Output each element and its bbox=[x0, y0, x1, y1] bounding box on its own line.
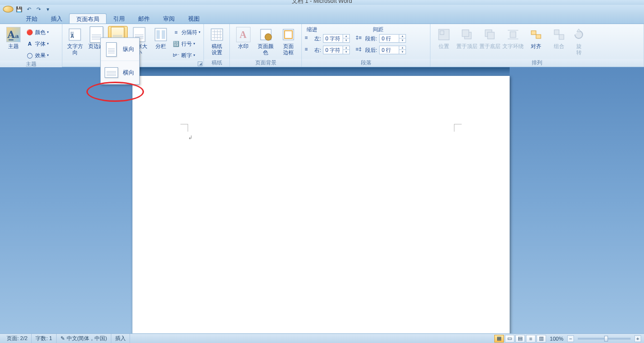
spacing-before-row: ‡≡ 段前: 0 行▲▼ bbox=[356, 33, 406, 44]
status-words[interactable]: 字数: 1 bbox=[32, 334, 56, 343]
spin-up-icon[interactable]: ▲ bbox=[399, 46, 405, 50]
landscape-label: 横向 bbox=[123, 69, 134, 77]
view-outline[interactable]: ≡ bbox=[526, 335, 536, 343]
svg-rect-4 bbox=[156, 30, 160, 39]
zoom-out-button[interactable]: − bbox=[567, 335, 574, 342]
office-button[interactable] bbox=[3, 6, 13, 12]
status-mode[interactable]: 插入 bbox=[111, 334, 130, 343]
manuscript-settings-label: 稿纸 设置 bbox=[212, 43, 222, 56]
spin-down-icon[interactable]: ▼ bbox=[343, 50, 349, 54]
manuscript-settings-button[interactable]: 稿纸 设置 bbox=[207, 26, 227, 56]
group-theme: A̲ₐ 主题 🔴颜色▾ A字体▾ ◯效果▾ 主题 bbox=[0, 24, 62, 67]
document-area: ↲ bbox=[0, 67, 644, 333]
ruler-shadow bbox=[132, 67, 510, 76]
spin-up-icon[interactable]: ▲ bbox=[343, 46, 349, 50]
position-button[interactable]: 位置 bbox=[433, 26, 454, 49]
svg-rect-26 bbox=[531, 31, 536, 35]
themes-button[interactable]: A̲ₐ 主题 bbox=[3, 26, 24, 49]
bring-front-button[interactable]: 置于顶层 bbox=[456, 26, 477, 49]
zoom-thumb[interactable] bbox=[604, 336, 608, 342]
spin-down-icon[interactable]: ▼ bbox=[343, 38, 349, 43]
spin-down-icon[interactable]: ▼ bbox=[399, 38, 405, 43]
tab-mailings[interactable]: 邮件 bbox=[131, 13, 156, 24]
page-setup-dialog-icon[interactable]: ◢ bbox=[198, 61, 203, 66]
spin-up-icon[interactable]: ▲ bbox=[399, 34, 405, 38]
page-borders-label: 页面 边框 bbox=[283, 43, 294, 56]
qat-more-icon[interactable]: ▾ bbox=[44, 5, 52, 13]
group-objects-button[interactable]: 组合 bbox=[549, 26, 570, 49]
align-label: 对齐 bbox=[531, 43, 541, 49]
breaks-button[interactable]: ≡分隔符▾ bbox=[172, 27, 201, 37]
theme-effects[interactable]: ◯效果▾ bbox=[26, 50, 49, 61]
send-back-label: 置于底层 bbox=[479, 43, 501, 49]
orientation-portrait[interactable]: 纵向 bbox=[101, 38, 139, 61]
position-label: 位置 bbox=[439, 43, 449, 49]
ribbon: A̲ₐ 主题 🔴颜色▾ A字体▾ ◯效果▾ 主题 |||A 文字方向 页边距 bbox=[0, 24, 644, 67]
view-full-screen[interactable]: ▭ bbox=[505, 335, 514, 343]
spacing-title: 间距 bbox=[373, 26, 383, 33]
zoom-slider[interactable] bbox=[578, 338, 631, 340]
view-print-layout[interactable]: ▦ bbox=[494, 335, 504, 343]
group-manuscript-label: 稿纸 bbox=[204, 59, 229, 67]
theme-fonts[interactable]: A字体▾ bbox=[26, 38, 49, 49]
text-direction-button[interactable]: |||A 文字方向 bbox=[65, 26, 85, 56]
watermark-label: 水印 bbox=[238, 43, 249, 49]
tab-references[interactable]: 引用 bbox=[107, 13, 131, 24]
margin-corner-tr bbox=[454, 124, 462, 132]
view-draft[interactable]: ▥ bbox=[537, 335, 546, 343]
document-page[interactable]: ↲ bbox=[132, 76, 510, 335]
tab-view[interactable]: 视图 bbox=[181, 13, 206, 24]
svg-point-14 bbox=[265, 34, 272, 40]
spacing-before-icon: ‡≡ bbox=[356, 35, 363, 42]
indent-right-row: ≡ 右: 0 字符▲▼ bbox=[305, 45, 350, 55]
columns-button[interactable]: 分栏 bbox=[151, 26, 170, 49]
rotate-button[interactable]: 旋 转 bbox=[572, 26, 586, 56]
group-arrange: 位置 置于顶层 置于底层 文字环绕 对齐 组合 bbox=[430, 24, 644, 67]
spin-up-icon[interactable]: ▲ bbox=[343, 34, 349, 38]
spacing-before-input[interactable]: 0 行▲▼ bbox=[379, 34, 406, 43]
indent-title: 缩进 bbox=[307, 26, 317, 33]
view-web-layout[interactable]: ▤ bbox=[515, 335, 525, 343]
svg-rect-20 bbox=[462, 30, 469, 37]
svg-rect-22 bbox=[488, 32, 494, 39]
orientation-landscape[interactable]: 横向 bbox=[101, 61, 139, 84]
group-paragraph: 缩进 间距 ≡ 左: 0 字符▲▼ ≡ 右: 0 字符▲▼ bbox=[302, 24, 430, 67]
group-paragraph-label: 段落 bbox=[302, 59, 430, 67]
indent-right-input[interactable]: 0 字符▲▼ bbox=[323, 46, 350, 54]
page-color-label: 页面颜色 bbox=[255, 43, 276, 56]
ribbon-tabs: 开始 插入 页面布局 引用 邮件 审阅 视图 bbox=[0, 13, 644, 24]
group-theme-label: 主题 bbox=[0, 61, 62, 68]
tab-home[interactable]: 开始 bbox=[19, 13, 44, 24]
text-wrap-button[interactable]: 文字环绕 bbox=[502, 26, 524, 49]
save-icon[interactable]: 💾 bbox=[15, 5, 23, 13]
group-arrange-label: 排列 bbox=[430, 59, 644, 67]
hyphenation-button[interactable]: bª⁻断字▾ bbox=[172, 50, 201, 61]
theme-colors[interactable]: 🔴颜色▾ bbox=[26, 27, 49, 37]
window-title: 文档 1 - Microsoft Word bbox=[292, 0, 352, 5]
spacing-after-input[interactable]: 0 行▲▼ bbox=[379, 46, 406, 54]
tab-insert[interactable]: 插入 bbox=[44, 13, 69, 24]
tab-page-layout[interactable]: 页面布局 bbox=[69, 13, 107, 24]
redo-icon[interactable]: ↷ bbox=[35, 5, 42, 13]
page-color-button[interactable]: 页面颜色 bbox=[255, 26, 276, 56]
indent-left-input[interactable]: 0 字符▲▼ bbox=[323, 34, 350, 43]
watermark-button[interactable]: A 水印 bbox=[233, 26, 253, 49]
tab-review[interactable]: 审阅 bbox=[156, 13, 181, 24]
svg-text:A: A bbox=[71, 34, 74, 39]
line-numbers-button[interactable]: 🔢行号▾ bbox=[172, 38, 201, 49]
status-language[interactable]: ✎中文(简体，中国) bbox=[57, 334, 111, 343]
status-page[interactable]: 页面: 2/2 bbox=[3, 334, 32, 343]
undo-icon[interactable]: ↶ bbox=[25, 5, 33, 13]
svg-rect-18 bbox=[440, 31, 444, 35]
cursor-mark: ↲ bbox=[188, 135, 192, 141]
align-button[interactable]: 对齐 bbox=[525, 26, 547, 49]
zoom-level[interactable]: 100% bbox=[550, 336, 563, 342]
spacing-after-icon: ≡‡ bbox=[356, 46, 363, 54]
page-borders-button[interactable]: 页面 边框 bbox=[278, 26, 298, 56]
title-bar: 文档 1 - Microsoft Word bbox=[0, 0, 644, 5]
bring-front-label: 置于顶层 bbox=[456, 43, 477, 49]
svg-marker-30 bbox=[577, 29, 581, 32]
zoom-in-button[interactable]: + bbox=[634, 335, 641, 342]
send-back-button[interactable]: 置于底层 bbox=[479, 26, 501, 49]
spin-down-icon[interactable]: ▼ bbox=[399, 50, 405, 54]
